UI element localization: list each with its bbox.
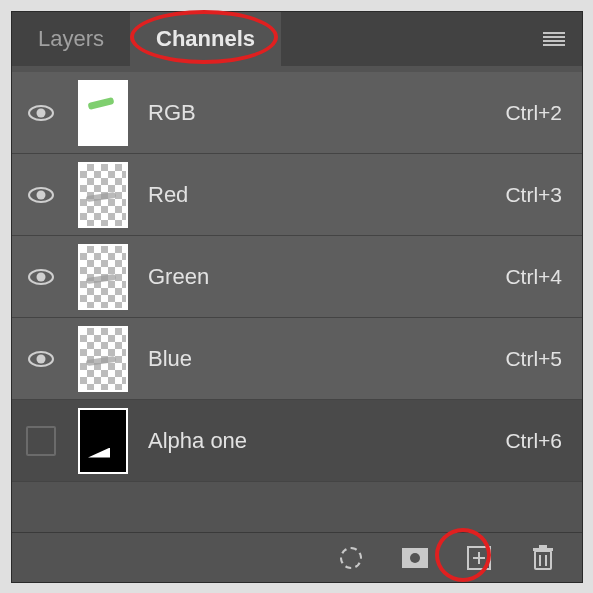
channel-row-green[interactable]: Green Ctrl+4 bbox=[12, 236, 582, 318]
channel-row-alpha-one[interactable]: Alpha one Ctrl+6 bbox=[12, 400, 582, 482]
tab-layers-label: Layers bbox=[38, 26, 104, 52]
visibility-toggle[interactable] bbox=[26, 98, 56, 128]
visibility-toggle[interactable] bbox=[26, 344, 56, 374]
channels-panel: Layers Channels RGB Ctrl+2 bbox=[11, 11, 583, 583]
channel-row-blue[interactable]: Blue Ctrl+5 bbox=[12, 318, 582, 400]
channel-shortcut: Ctrl+5 bbox=[505, 347, 568, 371]
channel-thumbnail bbox=[78, 408, 128, 474]
channel-thumbnail bbox=[78, 80, 128, 146]
eye-icon bbox=[28, 105, 54, 121]
channel-name: RGB bbox=[148, 100, 505, 126]
mask-icon bbox=[402, 548, 428, 568]
channel-thumbnail bbox=[78, 244, 128, 310]
channel-name: Alpha one bbox=[148, 428, 505, 454]
tab-channels-label: Channels bbox=[156, 26, 255, 52]
svg-rect-8 bbox=[535, 551, 551, 569]
svg-rect-9 bbox=[533, 548, 553, 551]
visibility-toggle[interactable] bbox=[26, 180, 56, 210]
channel-shortcut: Ctrl+2 bbox=[505, 101, 568, 125]
channel-row-red[interactable]: Red Ctrl+3 bbox=[12, 154, 582, 236]
tab-channels[interactable]: Channels bbox=[130, 12, 281, 66]
channel-row-rgb[interactable]: RGB Ctrl+2 bbox=[12, 72, 582, 154]
eye-icon bbox=[28, 187, 54, 203]
visibility-toggle[interactable] bbox=[26, 426, 56, 456]
visibility-toggle[interactable] bbox=[26, 262, 56, 292]
channel-name: Green bbox=[148, 264, 505, 290]
new-channel-button[interactable] bbox=[464, 543, 494, 573]
svg-point-7 bbox=[37, 354, 46, 363]
eye-icon bbox=[28, 269, 54, 285]
channel-name: Red bbox=[148, 182, 505, 208]
dashed-circle-icon bbox=[340, 547, 362, 569]
channel-list: RGB Ctrl+2 Red Ctrl+3 bbox=[12, 66, 582, 482]
eye-icon bbox=[28, 351, 54, 367]
channel-shortcut: Ctrl+6 bbox=[505, 429, 568, 453]
plus-square-icon bbox=[467, 546, 491, 570]
panel-menu-button[interactable] bbox=[538, 12, 570, 66]
save-selection-as-mask-button[interactable] bbox=[400, 543, 430, 573]
trash-icon bbox=[531, 545, 555, 571]
load-channel-as-selection-button[interactable] bbox=[336, 543, 366, 573]
panel-footer bbox=[12, 532, 582, 582]
panel-tabbar: Layers Channels bbox=[12, 12, 582, 66]
svg-point-3 bbox=[37, 190, 46, 199]
svg-rect-10 bbox=[539, 545, 547, 548]
hamburger-icon bbox=[543, 32, 565, 46]
svg-point-5 bbox=[37, 272, 46, 281]
svg-point-1 bbox=[37, 108, 46, 117]
channel-shortcut: Ctrl+4 bbox=[505, 265, 568, 289]
channel-thumbnail bbox=[78, 162, 128, 228]
tab-layers[interactable]: Layers bbox=[12, 12, 130, 66]
channel-shortcut: Ctrl+3 bbox=[505, 183, 568, 207]
delete-channel-button[interactable] bbox=[528, 543, 558, 573]
channel-thumbnail bbox=[78, 326, 128, 392]
channel-name: Blue bbox=[148, 346, 505, 372]
